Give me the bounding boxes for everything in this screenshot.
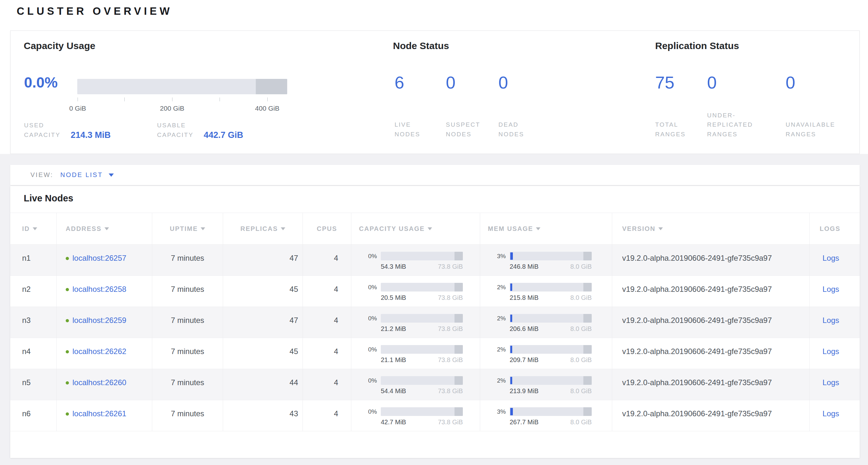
capacity-percent: 0% (359, 284, 377, 291)
live-nodes-count: 6 (395, 72, 404, 92)
node-version-cell: v19.2.0-alpha.20190606-2491-gfe735c9a97 (612, 276, 810, 307)
capacity-usage-heading: Capacity Usage (24, 40, 95, 51)
memory-used-value: 215.8 MiB (509, 294, 538, 301)
memory-percent: 2% (488, 377, 506, 384)
node-version-cell: v19.2.0-alpha.20190606-2491-gfe735c9a97 (612, 245, 810, 275)
memory-used-value: 209.7 MiB (509, 356, 538, 364)
axis-tick (78, 97, 78, 101)
node-address-link[interactable]: localhost:26258 (72, 285, 126, 293)
memory-bar-reserved-segment (583, 345, 592, 354)
column-header-replicas[interactable]: REPLICAS (223, 213, 303, 244)
view-mode-selected: NODE LIST (60, 171, 103, 179)
capacity-bar (381, 314, 463, 323)
node-cpus-cell: 4 (303, 307, 351, 338)
column-header-uptime[interactable]: UPTIME (152, 213, 223, 244)
node-live-status-icon (66, 381, 69, 384)
node-status-heading: Node Status (393, 40, 449, 51)
memory-bar (509, 314, 592, 323)
node-cpus-cell: 4 (303, 369, 351, 400)
column-header-capacity-usage[interactable]: CAPACITY USAGE (351, 213, 480, 244)
memory-percent: 3% (488, 253, 506, 260)
node-replicas-cell: 45 (223, 338, 303, 369)
node-address-link[interactable]: localhost:26261 (72, 409, 126, 418)
live-nodes-table: ID ADDRESS UPTIME REPLICAS CPUS (10, 213, 860, 431)
column-header-address[interactable]: ADDRESS (57, 213, 152, 244)
node-cpus-cell: 4 (303, 400, 351, 431)
axis-tick-label: 200 GiB (160, 105, 184, 112)
live-nodes-card: Live Nodes ID ADDRESS UPTIME REPLICAS (10, 186, 860, 458)
node-id-cell: n4 (10, 338, 57, 369)
node-address-cell: localhost:26260 (57, 369, 152, 400)
node-version-cell: v19.2.0-alpha.20190606-2491-gfe735c9a97 (612, 369, 810, 400)
unavailable-ranges-label: UNAVAILABLE RANGES (786, 120, 835, 139)
sort-caret-icon (200, 227, 205, 230)
node-replicas-cell: 47 (223, 245, 303, 275)
total-ranges-label: TOTAL RANGES (655, 120, 686, 139)
total-ranges-count: 75 (655, 72, 674, 92)
page-title: CLUSTER OVERVIEW (17, 5, 173, 17)
logs-link[interactable]: Logs (823, 254, 839, 262)
capacity-used-value: 20.5 MiB (381, 294, 406, 301)
logs-link[interactable]: Logs (823, 347, 839, 356)
memory-percent: 2% (488, 315, 506, 322)
memory-bar-reserved-segment (583, 283, 592, 291)
memory-total-value: 8.0 GiB (570, 325, 592, 332)
node-capacity-usage-cell: 0% 20.5 MiB 73.8 GiB (351, 276, 480, 307)
node-address-link[interactable]: localhost:26260 (72, 378, 126, 387)
memory-percent: 3% (488, 408, 506, 415)
node-live-status-icon (66, 257, 69, 260)
node-live-status-icon (66, 350, 69, 353)
memory-used-value: 246.8 MiB (509, 263, 538, 270)
node-address-link[interactable]: localhost:26259 (72, 316, 126, 324)
memory-bar-fill (510, 408, 513, 415)
memory-total-value: 8.0 GiB (570, 387, 592, 395)
capacity-bar (381, 252, 463, 260)
memory-bar (509, 407, 592, 416)
table-row: n6 localhost:26261 7 minutes 43 4 0% 42.… (10, 400, 860, 431)
node-address-cell: localhost:26258 (57, 276, 152, 307)
node-live-status-icon (66, 412, 69, 416)
unavailable-ranges-count: 0 (786, 72, 795, 92)
suspect-nodes-count: 0 (446, 72, 456, 92)
logs-link[interactable]: Logs (823, 409, 839, 418)
nodes-section: VIEW: NODE LIST Live Nodes ID ADDRESS UP… (0, 154, 868, 465)
capacity-percent: 0% (359, 346, 377, 353)
node-id-cell: n6 (10, 400, 57, 431)
capacity-used-value: 54.4 MiB (381, 387, 406, 395)
node-address-cell: localhost:26257 (57, 245, 152, 275)
capacity-bar-reserved-segment (455, 345, 463, 354)
memory-percent: 2% (488, 346, 506, 353)
node-cpus-cell: 4 (303, 245, 351, 275)
logs-link[interactable]: Logs (823, 285, 839, 293)
logs-link[interactable]: Logs (823, 378, 839, 387)
capacity-used-value: 21.1 MiB (381, 356, 406, 364)
capacity-bar-reserved-segment (455, 407, 463, 416)
memory-percent: 2% (488, 284, 506, 291)
table-row: n2 localhost:26258 7 minutes 45 4 0% 20.… (10, 276, 860, 307)
logs-link[interactable]: Logs (823, 316, 839, 324)
node-mem-usage-cell: 3% 246.8 MiB 8.0 GiB (480, 245, 612, 275)
node-logs-cell: Logs (810, 338, 860, 369)
node-address-link[interactable]: localhost:26257 (72, 254, 126, 262)
capacity-total-value: 73.8 GiB (438, 263, 463, 270)
node-replicas-cell: 47 (223, 307, 303, 338)
node-uptime-cell: 7 minutes (152, 338, 223, 369)
capacity-used-value: 42.7 MiB (381, 418, 406, 426)
node-address-link[interactable]: localhost:26262 (72, 347, 126, 356)
view-mode-dropdown[interactable]: NODE LIST (60, 171, 114, 179)
sort-caret-icon (428, 227, 432, 230)
used-capacity-stat: USED CAPACITY 214.3 MiB (24, 121, 111, 140)
column-header-version[interactable]: VERSION (612, 213, 810, 244)
memory-bar-fill (510, 284, 512, 291)
axis-tick (124, 97, 125, 101)
sort-caret-icon (536, 227, 540, 230)
capacity-percent: 0% (359, 315, 377, 322)
column-header-logs: LOGS (810, 213, 860, 244)
axis-tick-label: 0 GiB (69, 105, 86, 112)
node-mem-usage-cell: 2% 209.7 MiB 8.0 GiB (480, 338, 612, 369)
memory-bar-fill (510, 346, 512, 353)
memory-total-value: 8.0 GiB (570, 294, 592, 301)
column-header-mem-usage[interactable]: MEM USAGE (480, 213, 612, 244)
sort-caret-icon (658, 227, 663, 230)
column-header-id[interactable]: ID (10, 213, 57, 244)
